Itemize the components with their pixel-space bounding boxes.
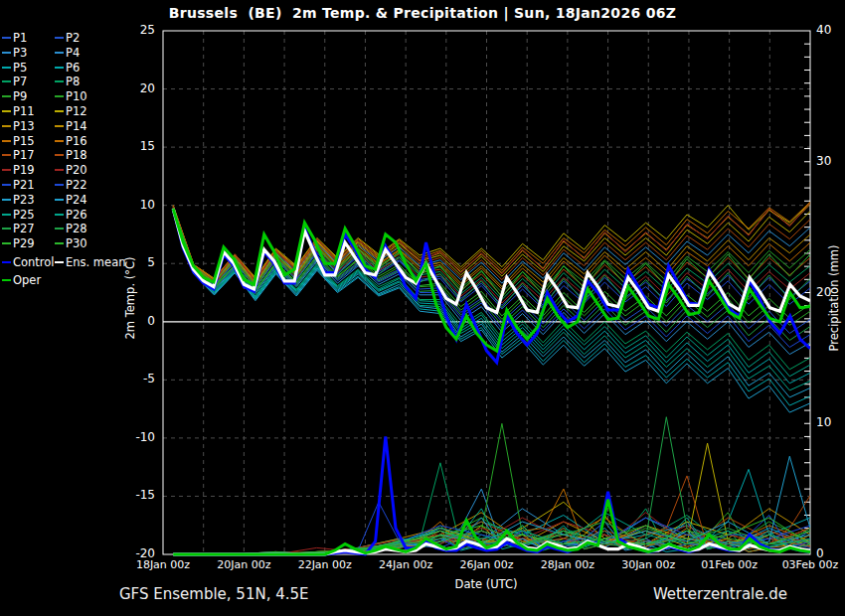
footer-model-info: GFS Ensemble, 51N, 4.5E — [119, 585, 309, 603]
x-tick-label: 28Jan 00z — [541, 558, 594, 571]
x-tick-label: 26Jan 00z — [459, 558, 513, 571]
x-tick-label: 20Jan 00z — [217, 558, 270, 571]
x-tick-label: 22Jan 00z — [298, 558, 352, 571]
temp-tick-label: -10 — [111, 430, 155, 444]
temp-series-P26 — [173, 212, 810, 390]
temp-tick-label: -5 — [111, 372, 155, 385]
precip-axis-label: Precipitation (mm) — [827, 245, 841, 352]
temp-tick-label: -20 — [111, 546, 155, 560]
temp-tick-label: 20 — [111, 81, 155, 95]
temp-tick-label: 15 — [111, 139, 155, 153]
precip-tick-label: 40 — [816, 23, 845, 37]
precip-tick-label: 0 — [816, 546, 845, 560]
temp-tick-label: -15 — [111, 488, 155, 502]
temp-series-P27 — [173, 210, 810, 340]
ensemble-forecast-page: Brussels (BE) 2m Temp. & Precipitation |… — [0, 0, 845, 616]
x-tick-label: 01Feb 00z — [701, 558, 758, 571]
precip-tick-label: 10 — [816, 415, 845, 429]
footer-site-credit: Wetterzentrale.de — [653, 585, 787, 603]
precip-tick-label: 30 — [816, 154, 845, 168]
temp-tick-label: 25 — [111, 23, 155, 37]
temp-tick-label: 10 — [111, 198, 155, 212]
temp-axis-label: 2m Temp. (°C) — [123, 257, 137, 340]
x-tick-label: 24Jan 00z — [379, 558, 432, 571]
x-tick-label: 30Jan 00z — [621, 558, 675, 571]
